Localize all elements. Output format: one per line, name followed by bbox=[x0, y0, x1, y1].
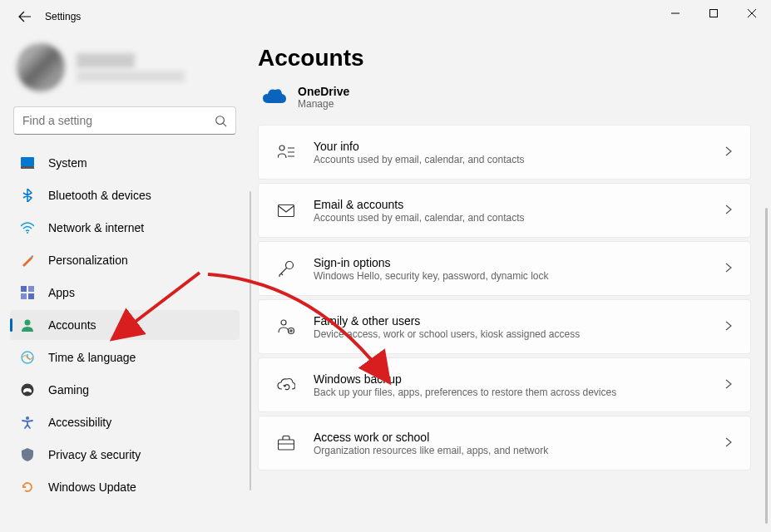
window-title: Settings bbox=[45, 11, 81, 22]
svg-rect-5 bbox=[21, 286, 27, 292]
sidebar-item-privacy[interactable]: Privacy & security bbox=[10, 440, 240, 470]
avatar bbox=[17, 43, 65, 91]
sidebar-item-time[interactable]: Time & language bbox=[10, 342, 240, 372]
card-work-school[interactable]: Access work or school Organization resou… bbox=[258, 416, 751, 470]
sidebar: System Bluetooth & devices Network & int… bbox=[0, 33, 250, 532]
svg-rect-3 bbox=[21, 166, 34, 169]
card-subtitle: Device access, work or school users, kio… bbox=[314, 328, 707, 340]
nav-label: Accounts bbox=[48, 318, 96, 332]
arrow-left-icon bbox=[18, 10, 32, 23]
svg-rect-2 bbox=[21, 157, 34, 166]
search-icon bbox=[215, 115, 227, 127]
nav-label: Windows Update bbox=[48, 480, 136, 494]
svg-point-9 bbox=[25, 320, 31, 326]
chevron-right-icon bbox=[725, 377, 732, 392]
apps-icon bbox=[20, 285, 35, 300]
time-icon bbox=[20, 350, 35, 365]
system-icon bbox=[20, 155, 35, 170]
sidebar-item-network[interactable]: Network & internet bbox=[10, 213, 240, 243]
sidebar-item-gaming[interactable]: Gaming bbox=[10, 375, 240, 405]
chevron-right-icon bbox=[725, 203, 732, 218]
card-title: Sign-in options bbox=[314, 256, 707, 269]
onedrive-text: OneDrive Manage bbox=[298, 85, 349, 110]
main-scrollbar[interactable] bbox=[765, 208, 768, 524]
sidebar-item-personalization[interactable]: Personalization bbox=[10, 245, 240, 275]
sidebar-item-accessibility[interactable]: Accessibility bbox=[10, 407, 240, 437]
card-title: Your info bbox=[314, 140, 707, 153]
search-input[interactable] bbox=[22, 114, 215, 127]
card-title: Windows backup bbox=[314, 372, 707, 386]
card-your-info[interactable]: Your info Accounts used by email, calend… bbox=[258, 125, 751, 180]
svg-rect-7 bbox=[21, 293, 27, 299]
search-box[interactable] bbox=[13, 106, 236, 135]
sidebar-item-apps[interactable]: Apps bbox=[10, 278, 240, 308]
minimize-button[interactable] bbox=[656, 0, 694, 27]
nav-label: Time & language bbox=[48, 351, 136, 364]
accounts-icon bbox=[20, 318, 35, 332]
windowsupdate-icon bbox=[20, 480, 35, 495]
svg-rect-18 bbox=[279, 440, 294, 450]
backup-icon bbox=[277, 376, 295, 394]
chevron-right-icon bbox=[725, 145, 732, 160]
chevron-right-icon bbox=[725, 261, 732, 276]
nav-label: Accessibility bbox=[48, 416, 111, 429]
minimize-icon bbox=[671, 9, 680, 17]
email-icon bbox=[277, 201, 295, 219]
onedrive-subtitle: Manage bbox=[298, 98, 349, 110]
sidebar-item-bluetooth[interactable]: Bluetooth & devices bbox=[10, 180, 240, 210]
onedrive-title: OneDrive bbox=[298, 85, 349, 98]
chevron-right-icon bbox=[725, 319, 732, 334]
network-icon bbox=[20, 220, 35, 235]
family-icon bbox=[277, 318, 295, 336]
svg-rect-6 bbox=[28, 286, 34, 292]
card-subtitle: Back up your files, apps, preferences to… bbox=[314, 387, 707, 398]
close-icon bbox=[748, 9, 756, 17]
card-title: Access work or school bbox=[314, 431, 707, 444]
svg-point-12 bbox=[26, 416, 29, 420]
svg-rect-14 bbox=[279, 204, 294, 216]
card-windows-backup[interactable]: Windows backup Back up your files, apps,… bbox=[258, 357, 751, 412]
card-subtitle: Organization resources like email, apps,… bbox=[314, 445, 707, 456]
close-button[interactable] bbox=[733, 0, 771, 27]
profile-section[interactable] bbox=[10, 33, 240, 106]
briefcase-icon bbox=[277, 434, 295, 452]
card-title: Email & accounts bbox=[314, 198, 707, 211]
card-signin-options[interactable]: Sign-in options Windows Hello, security … bbox=[258, 241, 751, 296]
main-content: Accounts OneDrive Manage Your info Accou… bbox=[250, 33, 771, 532]
card-subtitle: Accounts used by email, calendar, and co… bbox=[314, 154, 707, 165]
back-button[interactable] bbox=[15, 7, 35, 27]
nav-label: Bluetooth & devices bbox=[48, 189, 151, 202]
svg-rect-0 bbox=[710, 10, 718, 17]
card-family-users[interactable]: Family & other users Device access, work… bbox=[258, 299, 751, 354]
maximize-button[interactable] bbox=[694, 0, 733, 27]
sidebar-item-accounts[interactable]: Accounts bbox=[10, 310, 240, 340]
nav-label: System bbox=[48, 156, 87, 170]
sidebar-item-system[interactable]: System bbox=[10, 148, 240, 178]
nav-list: System Bluetooth & devices Network & int… bbox=[10, 148, 240, 502]
profile-info bbox=[77, 53, 185, 82]
onedrive-icon bbox=[263, 88, 286, 106]
page-title: Accounts bbox=[258, 45, 751, 71]
card-subtitle: Accounts used by email, calendar, and co… bbox=[314, 212, 707, 224]
profile-email bbox=[77, 71, 185, 82]
maximize-icon bbox=[709, 9, 718, 17]
accessibility-icon bbox=[20, 415, 35, 430]
personalization-icon bbox=[20, 253, 35, 268]
bluetooth-icon bbox=[20, 188, 35, 203]
your-info-icon bbox=[277, 143, 295, 161]
nav-label: Personalization bbox=[48, 254, 128, 267]
card-subtitle: Windows Hello, security key, password, d… bbox=[314, 270, 707, 282]
card-title: Family & other users bbox=[314, 314, 707, 328]
titlebar: Settings bbox=[0, 0, 771, 33]
gaming-icon bbox=[20, 382, 35, 397]
nav-label: Apps bbox=[48, 286, 75, 299]
svg-point-16 bbox=[281, 320, 286, 325]
sidebar-item-windowsupdate[interactable]: Windows Update bbox=[10, 472, 240, 502]
svg-rect-8 bbox=[28, 293, 34, 299]
window-controls bbox=[656, 0, 771, 27]
card-email-accounts[interactable]: Email & accounts Accounts used by email,… bbox=[258, 183, 751, 238]
profile-name bbox=[77, 53, 135, 68]
onedrive-row[interactable]: OneDrive Manage bbox=[258, 83, 751, 125]
key-icon bbox=[277, 259, 295, 278]
nav-label: Network & internet bbox=[48, 221, 144, 234]
